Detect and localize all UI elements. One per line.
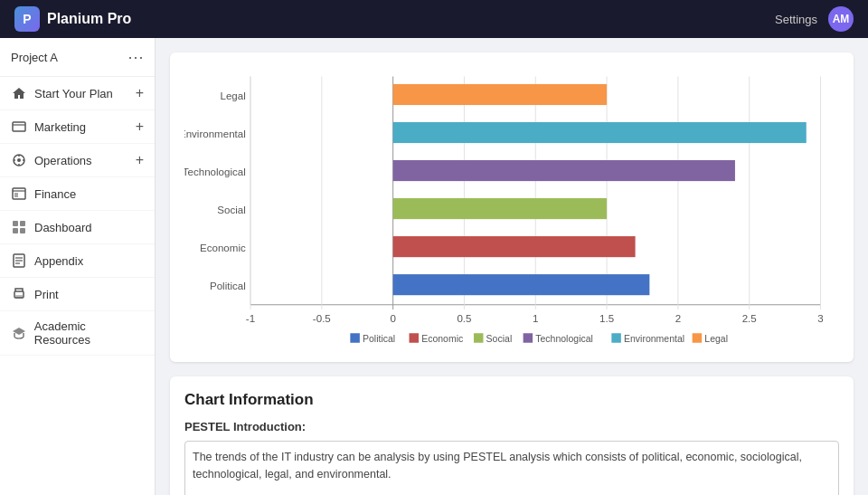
svg-rect-51 bbox=[474, 333, 484, 343]
dashboard-icon bbox=[11, 219, 27, 235]
svg-rect-55 bbox=[611, 333, 621, 343]
project-label: Project A bbox=[11, 51, 58, 64]
svg-text:3: 3 bbox=[817, 313, 823, 324]
sidebar-item-label: Finance bbox=[34, 187, 76, 201]
sidebar-item-dashboard[interactable]: Dashboard bbox=[0, 211, 155, 244]
sidebar-item-print[interactable]: Print bbox=[0, 278, 155, 311]
svg-text:-0.5: -0.5 bbox=[313, 313, 331, 324]
svg-text:1: 1 bbox=[533, 313, 538, 324]
sidebar-item-label: Print bbox=[34, 288, 59, 301]
header-left: P Planium Pro bbox=[14, 6, 131, 32]
svg-rect-53 bbox=[524, 333, 533, 343]
sidebar-item-appendix[interactable]: Appendix bbox=[0, 244, 155, 278]
svg-text:Technological: Technological bbox=[535, 333, 593, 344]
bar-political-political bbox=[393, 274, 650, 295]
chart-info-card: Chart Information PESTEL Introduction: T… bbox=[170, 376, 854, 495]
add-icon[interactable]: + bbox=[136, 119, 144, 135]
svg-text:Political: Political bbox=[363, 333, 395, 344]
svg-text:2: 2 bbox=[675, 313, 681, 324]
add-icon[interactable]: + bbox=[136, 85, 144, 101]
sidebar-item-label: Appendix bbox=[34, 254, 83, 268]
svg-rect-14 bbox=[20, 228, 25, 233]
content-area: -1 -0.5 0 0.5 1 1.5 2 2.5 3 Legal Enviro… bbox=[156, 38, 868, 495]
svg-text:0.5: 0.5 bbox=[457, 313, 471, 324]
sidebar-item-academic-resources[interactable]: Academic Resources bbox=[0, 311, 155, 356]
project-header: Project A ⋯ bbox=[0, 38, 155, 77]
svg-rect-47 bbox=[350, 333, 360, 343]
pestel-chart: -1 -0.5 0 0.5 1 1.5 2 2.5 3 Legal Enviro… bbox=[184, 67, 839, 347]
operations-icon bbox=[11, 152, 27, 168]
svg-rect-20 bbox=[15, 295, 23, 299]
svg-rect-57 bbox=[693, 333, 703, 343]
sidebar-item-label: Marketing bbox=[34, 120, 86, 134]
svg-text:1.5: 1.5 bbox=[599, 313, 614, 324]
chart-container: -1 -0.5 0 0.5 1 1.5 2 2.5 3 Legal Enviro… bbox=[184, 67, 839, 347]
svg-rect-10 bbox=[14, 193, 18, 197]
svg-rect-0 bbox=[13, 122, 25, 131]
chart-info-title: Chart Information bbox=[184, 391, 839, 409]
bar-legal-legal bbox=[393, 84, 607, 105]
marketing-icon bbox=[11, 119, 27, 135]
avatar[interactable]: AM bbox=[828, 6, 854, 32]
main-layout: Project A ⋯ Start Your Plan + bbox=[0, 38, 868, 495]
sidebar-item-start-your-plan[interactable]: Start Your Plan + bbox=[0, 77, 155, 110]
svg-text:2.5: 2.5 bbox=[742, 313, 757, 324]
app-title: Planium Pro bbox=[47, 11, 131, 27]
app-header: P Planium Pro Settings AM bbox=[0, 0, 868, 38]
svg-text:Legal: Legal bbox=[704, 333, 728, 344]
svg-text:Social: Social bbox=[486, 333, 513, 344]
bar-technological-technological bbox=[393, 160, 735, 181]
add-icon[interactable]: + bbox=[136, 152, 144, 168]
sidebar-item-finance[interactable]: Finance bbox=[0, 177, 155, 211]
svg-text:Environmental: Environmental bbox=[624, 333, 684, 344]
svg-text:Economic: Economic bbox=[200, 243, 246, 253]
settings-link[interactable]: Settings bbox=[775, 13, 817, 26]
home-icon bbox=[11, 85, 27, 101]
svg-text:Technological: Technological bbox=[184, 167, 246, 177]
bar-social-social bbox=[393, 198, 607, 219]
svg-rect-13 bbox=[13, 228, 18, 233]
svg-text:Social: Social bbox=[217, 205, 245, 215]
sidebar-item-operations[interactable]: Operations + bbox=[0, 144, 155, 177]
svg-rect-49 bbox=[410, 333, 420, 343]
svg-text:-1: -1 bbox=[246, 313, 255, 324]
chart-card: -1 -0.5 0 0.5 1 1.5 2 2.5 3 Legal Enviro… bbox=[170, 52, 854, 362]
svg-rect-12 bbox=[20, 221, 25, 226]
svg-text:0: 0 bbox=[390, 313, 395, 324]
sidebar-item-label: Start Your Plan bbox=[34, 87, 113, 100]
svg-text:Economic: Economic bbox=[421, 333, 463, 344]
sidebar-item-label: Dashboard bbox=[34, 221, 92, 234]
appendix-icon bbox=[11, 252, 27, 269]
chart-info-subtitle: PESTEL Introduction: bbox=[184, 420, 839, 433]
app-logo: P bbox=[14, 6, 40, 32]
bar-economic-economic bbox=[393, 236, 636, 257]
print-icon bbox=[11, 286, 27, 302]
svg-text:Environmental: Environmental bbox=[184, 129, 246, 139]
header-right: Settings AM bbox=[775, 6, 854, 32]
svg-rect-11 bbox=[13, 221, 18, 226]
finance-icon bbox=[11, 186, 27, 202]
more-icon[interactable]: ⋯ bbox=[127, 47, 144, 67]
svg-text:Political: Political bbox=[210, 281, 246, 291]
academic-icon bbox=[11, 325, 27, 341]
sidebar-item-marketing[interactable]: Marketing + bbox=[0, 110, 155, 144]
sidebar: Project A ⋯ Start Your Plan + bbox=[0, 38, 156, 495]
bar-environmental-environmental bbox=[393, 122, 807, 143]
sidebar-item-label: Operations bbox=[34, 154, 92, 167]
svg-text:Legal: Legal bbox=[220, 90, 245, 101]
pestel-description-textarea[interactable]: The trends of the IT industry can be ana… bbox=[184, 441, 839, 495]
sidebar-item-label: Academic Resources bbox=[34, 319, 144, 347]
svg-point-3 bbox=[17, 158, 21, 162]
